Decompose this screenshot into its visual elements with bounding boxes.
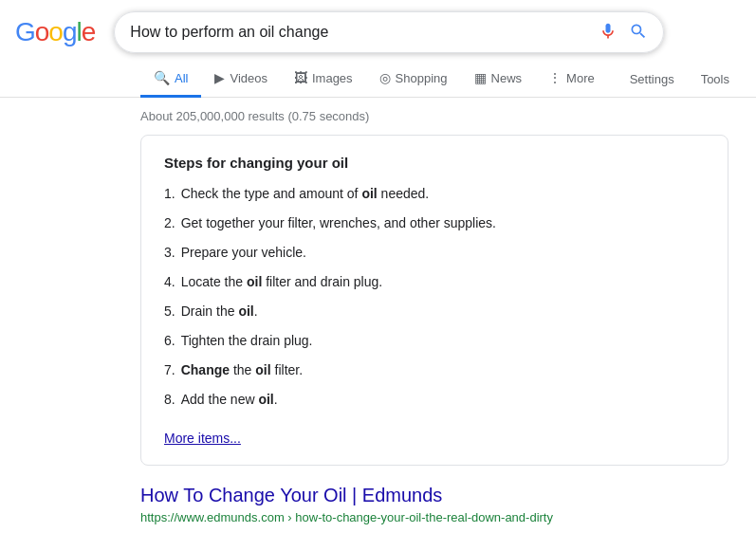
header: Google <box>0 0 756 53</box>
tab-more[interactable]: ⋮ More <box>535 61 608 98</box>
page-footer: ? About Featured Snippets Feedback <box>0 543 756 551</box>
results-info: About 205,000,000 results (0.75 seconds) <box>0 98 756 135</box>
tab-images-label: Images <box>312 71 353 85</box>
list-item: 2. Get together your filter, wrenches, a… <box>164 213 705 233</box>
tab-news[interactable]: ▦ News <box>461 61 536 98</box>
tab-news-label: News <box>491 71 523 85</box>
snippet-list: 1. Check the type and amount of oil need… <box>164 184 705 410</box>
search-icons <box>599 22 648 44</box>
mic-icon[interactable] <box>599 22 618 44</box>
tab-videos[interactable]: ▶ Videos <box>201 61 281 98</box>
logo-o1: o <box>35 17 49 46</box>
snippet-title: Steps for changing your oil <box>164 155 705 171</box>
tab-more-label: More <box>566 71 595 85</box>
search-submit-icon[interactable] <box>629 22 648 44</box>
logo-g: G <box>15 17 35 46</box>
logo-e: e <box>82 17 96 46</box>
more-icon: ⋮ <box>548 70 562 85</box>
news-icon: ▦ <box>474 70 487 85</box>
logo-o2: o <box>48 17 63 46</box>
tab-shopping[interactable]: ◎ Shopping <box>366 61 461 98</box>
logo-g2: g <box>63 17 77 46</box>
result-title[interactable]: How To Change Your Oil | Edmunds <box>140 485 728 506</box>
list-item: 1. Check the type and amount of oil need… <box>164 184 705 204</box>
result-block: How To Change Your Oil | Edmunds https:/… <box>140 485 728 524</box>
tab-all-label: All <box>175 71 188 85</box>
tools-link[interactable]: Tools <box>690 63 741 96</box>
tab-shopping-label: Shopping <box>396 71 448 85</box>
images-icon: 🖼 <box>294 70 307 85</box>
list-item: 3. Prepare your vehicle. <box>164 243 705 263</box>
featured-snippet: Steps for changing your oil 1. Check the… <box>140 135 728 466</box>
search-bar-wrapper <box>114 11 664 53</box>
list-item: 7. Change the oil filter. <box>164 360 705 380</box>
list-item: 4. Locate the oil filter and drain plug. <box>164 272 705 292</box>
settings-link[interactable]: Settings <box>618 63 686 96</box>
more-items-link[interactable]: More items... <box>164 431 241 446</box>
list-item: 8. Add the new oil. <box>164 390 705 410</box>
nav-tabs: 🔍 All ▶ Videos 🖼 Images ◎ Shopping ▦ New… <box>0 61 756 98</box>
result-url: https://www.edmunds.com › how-to-change-… <box>140 510 728 524</box>
tab-images[interactable]: 🖼 Images <box>281 61 366 98</box>
tab-videos-label: Videos <box>230 71 267 85</box>
videos-icon: ▶ <box>214 70 225 85</box>
list-item: 6. Tighten the drain plug. <box>164 331 705 351</box>
google-logo[interactable]: Google <box>15 17 95 47</box>
tab-all[interactable]: 🔍 All <box>140 61 201 98</box>
search-input[interactable] <box>130 24 599 41</box>
list-item: 5. Drain the oil. <box>164 302 705 321</box>
all-icon: 🔍 <box>154 70 170 85</box>
shopping-icon: ◎ <box>379 70 391 85</box>
nav-right: Settings Tools <box>618 63 756 96</box>
search-bar <box>114 11 664 53</box>
